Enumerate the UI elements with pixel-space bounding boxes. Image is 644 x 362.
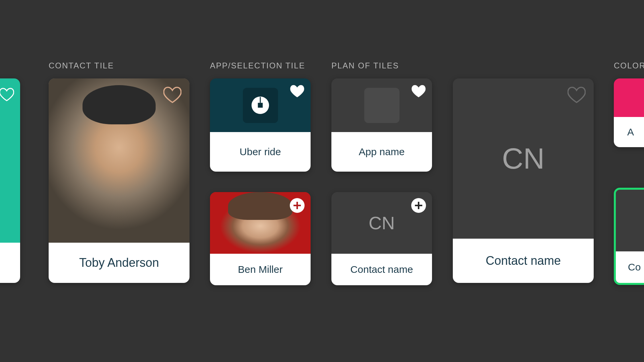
app-tile-uber[interactable]: Uber ride bbox=[210, 78, 311, 172]
plan-contact-large-label: Contact name bbox=[453, 239, 594, 283]
plan-app-tile[interactable]: App name bbox=[331, 78, 432, 172]
svg-rect-8 bbox=[415, 205, 422, 206]
plus-icon[interactable] bbox=[290, 198, 305, 214]
heart-icon[interactable] bbox=[0, 88, 14, 103]
contact-initials: CN bbox=[502, 141, 544, 176]
heart-icon[interactable] bbox=[568, 86, 586, 105]
contact-name-label: Toby Anderson bbox=[49, 243, 190, 283]
color-tile-selected[interactable]: Co bbox=[614, 188, 644, 285]
heart-icon[interactable] bbox=[411, 84, 426, 99]
selection-tile-label: Ben Miller bbox=[210, 254, 311, 285]
contact-tile-toby[interactable]: Toby Anderson bbox=[49, 78, 190, 283]
plan-contact-small[interactable]: CN Contact name bbox=[331, 192, 432, 285]
plan-contact-small-label: Contact name bbox=[331, 254, 432, 285]
app-icon-placeholder bbox=[364, 88, 399, 123]
uber-icon bbox=[243, 88, 278, 123]
color-tile-label: A bbox=[614, 117, 644, 147]
plan-app-label: App name bbox=[331, 132, 432, 172]
section-label-plan: PLAN OF TILES bbox=[331, 61, 399, 70]
contact-tile-partial[interactable] bbox=[0, 78, 20, 283]
color-tile-label: Co bbox=[616, 251, 644, 283]
plan-contact-large[interactable]: CN Contact name bbox=[453, 78, 594, 283]
app-tile-label: Uber ride bbox=[210, 132, 311, 172]
svg-rect-2 bbox=[260, 97, 261, 103]
heart-icon[interactable] bbox=[163, 86, 181, 105]
section-label-app: APP/SELECTION TILE bbox=[210, 61, 305, 70]
section-label-colors: COLORS bbox=[614, 61, 644, 70]
svg-rect-1 bbox=[258, 103, 263, 108]
section-label-contact: CONTACT TILE bbox=[49, 61, 114, 70]
svg-rect-5 bbox=[293, 205, 301, 206]
selection-tile-ben[interactable]: Ben Miller bbox=[210, 192, 311, 285]
plus-icon[interactable] bbox=[411, 198, 426, 214]
contact-initials: CN bbox=[369, 213, 395, 233]
heart-icon[interactable] bbox=[290, 84, 305, 99]
color-tile-pink[interactable]: A bbox=[614, 78, 644, 147]
